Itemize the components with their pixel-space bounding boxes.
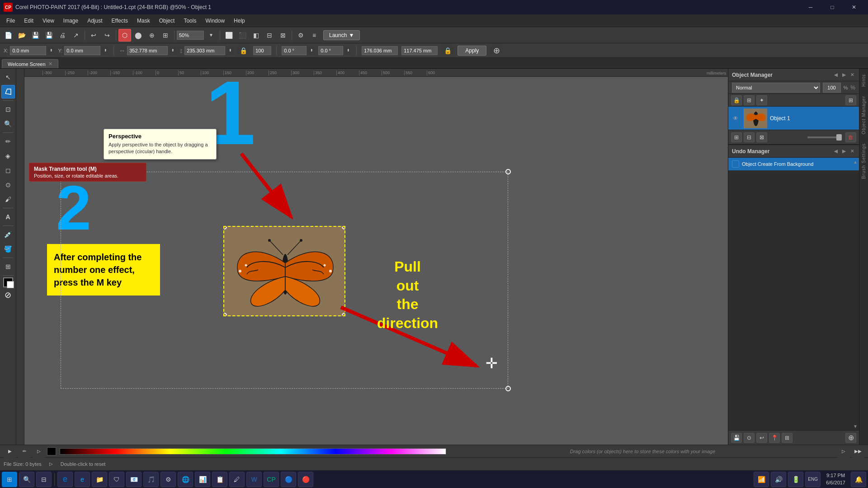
panel-arrow-left[interactable]: ◀: [833, 72, 839, 78]
x-input[interactable]: 0.0 mm: [10, 46, 46, 55]
crop-tool[interactable]: ⊡: [1, 103, 15, 116]
rot2-spin[interactable]: ⬍: [345, 46, 351, 55]
save-button[interactable]: 💾: [29, 29, 42, 42]
save-as-button[interactable]: 💾: [42, 29, 55, 42]
menu-help[interactable]: Help: [229, 16, 250, 26]
task8-btn[interactable]: 🖊: [229, 472, 245, 487]
edge-btn[interactable]: e: [57, 472, 73, 487]
maximize-button[interactable]: □: [822, 0, 843, 14]
eyedropper-tool[interactable]: 💉: [1, 228, 15, 241]
h-input[interactable]: [184, 46, 225, 55]
undo-item-0[interactable]: Object Create From Background: [728, 158, 859, 170]
task6-btn[interactable]: 📊: [195, 472, 210, 487]
task2-btn[interactable]: 📧: [126, 472, 142, 487]
network-icon[interactable]: 📶: [754, 472, 769, 487]
welcome-screen-tab[interactable]: Welcome Screen ✕: [2, 59, 58, 68]
undo-button[interactable]: ↩: [87, 29, 100, 42]
new-layer-btn[interactable]: ⊞: [731, 132, 742, 142]
location-btn[interactable]: 📍: [769, 433, 780, 443]
view-btn3[interactable]: ◧: [250, 29, 262, 42]
menu-window[interactable]: Window: [201, 16, 229, 26]
menu-edit[interactable]: Edit: [19, 16, 38, 26]
menu-object[interactable]: Object: [155, 16, 179, 26]
view-btn2[interactable]: ⬛: [236, 29, 249, 42]
canvas-content[interactable]: 1 2 After completing the number one effe…: [24, 77, 728, 445]
lock2-btn[interactable]: 🔒: [441, 44, 454, 57]
lock-ratio-btn[interactable]: 🔒: [237, 44, 250, 57]
color-panel-btn[interactable]: ▶: [4, 445, 16, 458]
settings-button[interactable]: ⚙: [294, 29, 307, 42]
brush-settings-tab[interactable]: Brush Settings: [860, 140, 867, 183]
task-view-btn[interactable]: ⊟: [36, 472, 52, 487]
redo-button[interactable]: ↪: [101, 29, 113, 42]
volume-icon[interactable]: 🔊: [771, 472, 786, 487]
undo-scroll-up[interactable]: ▲: [852, 159, 859, 165]
transform-handle-large-tr[interactable]: [505, 169, 511, 174]
new-button[interactable]: 📄: [2, 29, 14, 42]
lock-icon-btn[interactable]: 🔒: [731, 95, 742, 105]
merge-icon-btn[interactable]: ⊞: [744, 95, 755, 105]
w-input[interactable]: [127, 46, 168, 55]
tool3[interactable]: ⊕: [146, 29, 158, 42]
menu-image[interactable]: Image: [59, 16, 83, 26]
visibility-toggle[interactable]: 👁: [731, 114, 740, 123]
system-clock[interactable]: 9:17 PM 6/6/2017: [822, 472, 849, 486]
keyboard-icon[interactable]: ENG: [805, 472, 821, 487]
view-btn4[interactable]: ⊟: [263, 29, 276, 42]
minimize-button[interactable]: ─: [800, 0, 821, 14]
grid-view-btn[interactable]: ⊞: [845, 95, 856, 105]
panel-close-icon[interactable]: ✕: [849, 72, 855, 78]
w-spin[interactable]: ⬍: [170, 46, 176, 55]
menu-effects[interactable]: Effects: [107, 16, 132, 26]
colorbar-far-right[interactable]: ▶▶: [852, 445, 864, 458]
brush-tool[interactable]: 🖌: [1, 192, 15, 206]
menu-tools[interactable]: Tools: [179, 16, 201, 26]
task10-btn[interactable]: 🔴: [298, 472, 313, 487]
perspective-tool-active[interactable]: ⬡: [118, 29, 131, 42]
selection-tool[interactable]: ↖: [1, 70, 15, 84]
corel-btn[interactable]: CP: [264, 472, 279, 487]
h-spin[interactable]: ⬍: [227, 46, 233, 55]
word-btn[interactable]: W: [246, 472, 262, 487]
search-button[interactable]: 🔍: [19, 472, 34, 487]
zoom-tool[interactable]: 🔍: [1, 117, 15, 131]
transform-handle-br[interactable]: [342, 313, 345, 316]
freehand-tool[interactable]: ✏: [1, 135, 15, 148]
zoom-input[interactable]: 50%: [177, 31, 204, 40]
text-tool[interactable]: A: [1, 210, 15, 224]
foreground-color[interactable]: [3, 277, 13, 287]
options-button[interactable]: ≡: [308, 29, 321, 42]
blend-mode-select[interactable]: Normal: [732, 83, 820, 93]
butterfly-frame[interactable]: [223, 226, 345, 316]
battery-icon[interactable]: 🔋: [788, 472, 803, 487]
opacity-input[interactable]: 100: [823, 83, 841, 93]
perspective-tool[interactable]: [1, 85, 15, 99]
undo-add-btn[interactable]: ⊕: [845, 433, 856, 443]
tool2[interactable]: ⬤: [132, 29, 145, 42]
file-info-btn[interactable]: ▷: [47, 460, 55, 468]
object-manager-header[interactable]: Object Manager ◀ ▶ ✕: [728, 69, 859, 81]
hints-tab[interactable]: Hints: [860, 70, 867, 90]
y-spin[interactable]: ⬍: [102, 46, 108, 55]
undo-manager-header[interactable]: Undo Manager ◀ ▶ ✕: [728, 145, 859, 158]
stamp-tool[interactable]: ⊙: [1, 178, 15, 192]
group-btn[interactable]: ⊟: [744, 132, 755, 142]
frame-tool[interactable]: ⊞: [1, 260, 15, 273]
task4-btn[interactable]: ⚙: [160, 472, 176, 487]
save-undo-btn[interactable]: 💾: [731, 433, 742, 443]
tab-close-icon[interactable]: ✕: [48, 61, 52, 67]
opacity-slider[interactable]: [807, 136, 842, 138]
color-gradient-bar[interactable]: [60, 448, 446, 455]
apply-button[interactable]: Apply: [458, 46, 486, 56]
opacity-slider-thumb[interactable]: [836, 134, 842, 141]
view-btn5[interactable]: ⊠: [277, 29, 289, 42]
object1-item[interactable]: 👁 Object 1: [728, 107, 859, 130]
brush-panel-btn[interactable]: ✏: [18, 445, 31, 458]
transform-handle-large-br[interactable]: [505, 386, 511, 391]
rot1-spin[interactable]: ⬍: [308, 46, 315, 55]
undo-settings-btn[interactable]: ⊞: [782, 433, 793, 443]
start-button[interactable]: ⊞: [2, 472, 17, 487]
delete-obj-btn[interactable]: 🗑: [845, 132, 856, 142]
smart-fill[interactable]: ◈: [1, 149, 15, 163]
pos2-input[interactable]: [401, 46, 438, 55]
